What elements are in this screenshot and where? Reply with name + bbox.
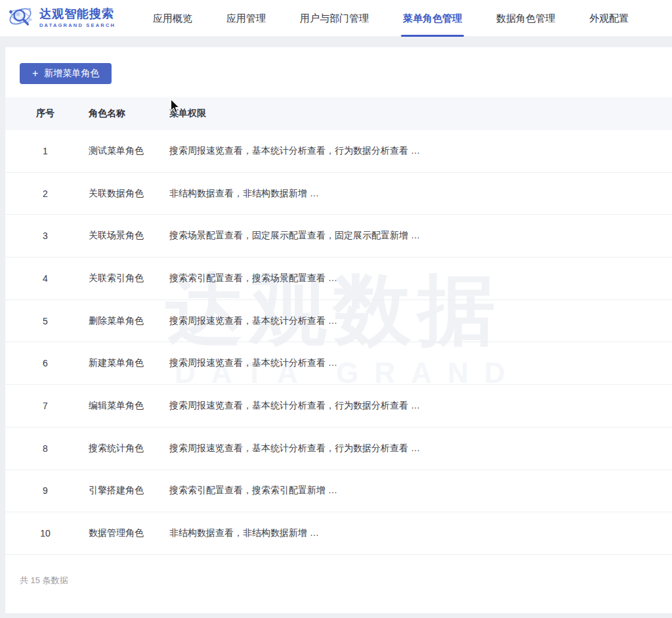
table-header-row: 序号 角色名称 菜单权限	[5, 97, 672, 130]
row-index-cell: 10	[30, 528, 61, 539]
nav-tab[interactable]: 菜单角色管理	[403, 0, 462, 37]
table-row: 4 关联索引角色 搜索索引配置查看，搜索场景配置查看 …	[5, 257, 672, 300]
row-index-cell: 2	[30, 188, 61, 199]
row-permissions-cell: 搜索索引配置查看，搜索场景配置查看 …	[169, 273, 672, 284]
top-header: 达观智能搜索 DATAGRAND SEARCH 应用概览应用管理用户与部门管理菜…	[0, 0, 672, 37]
table-row: 2 关联数据角色 非结构数据查看，非结构数据新增 …	[5, 173, 672, 215]
table-row: 5 删除菜单角色 搜索周报速览查看，基本统计分析查看 …	[5, 300, 672, 343]
primary-nav: 应用概览应用管理用户与部门管理菜单角色管理数据角色管理外观配置	[153, 0, 672, 37]
row-role-name-cell: 搜索统计角色	[61, 443, 169, 454]
row-role-name-cell: 关联场景角色	[61, 230, 169, 242]
nav-tab[interactable]: 数据角色管理	[496, 0, 555, 37]
brand-logo[interactable]: 达观智能搜索 DATAGRAND SEARCH	[8, 3, 116, 33]
row-role-name-cell: 数据管理角色	[61, 527, 169, 539]
row-permissions-cell: 搜索周报速览查看，基本统计分析查看，行为数据分析查看 …	[169, 443, 672, 454]
row-permissions-cell: 搜索场景配置查看，固定展示配置查看，固定展示配置新增 …	[169, 230, 672, 242]
row-index-cell: 5	[30, 316, 61, 326]
row-role-name-cell: 编辑菜单角色	[61, 400, 169, 412]
row-role-name-cell: 新建菜单角色	[61, 357, 169, 369]
row-index-cell: 9	[30, 485, 61, 496]
table-row: 7 编辑菜单角色 搜索周报速览查看，基本统计分析查看，行为数据分析查看 …	[5, 385, 672, 428]
row-role-name-cell: 关联数据角色	[61, 188, 169, 200]
table-footer-total: 共 15 条数据	[5, 555, 672, 586]
row-index-cell: 6	[30, 358, 61, 368]
row-index-cell: 1	[30, 146, 61, 156]
row-permissions-cell: 搜索周报速览查看，基本统计分析查看 …	[169, 315, 672, 327]
plus-icon: +	[32, 68, 38, 79]
nav-tab[interactable]: 用户与部门管理	[300, 0, 369, 37]
brand-subtitle: DATAGRAND SEARCH	[39, 23, 116, 28]
row-role-name-cell: 测试菜单角色	[61, 145, 169, 157]
row-permissions-cell: 搜索周报速览查看，基本统计分析查看，行为数据分析查看 …	[169, 145, 672, 157]
nav-tab[interactable]: 外观配置	[589, 0, 629, 37]
add-menu-role-button[interactable]: + 新增菜单角色	[20, 63, 112, 84]
row-index-cell: 4	[30, 273, 61, 284]
nav-tab[interactable]: 应用概览	[153, 0, 192, 37]
content-panel: 达观数据 DATA GRAND + 新增菜单角色 序号 角色名称 菜单权限 1 …	[5, 47, 672, 614]
row-index-cell: 7	[30, 401, 61, 411]
table-row: 3 关联场景角色 搜索场景配置查看，固定展示配置查看，固定展示配置新增 …	[5, 215, 672, 257]
menu-roles-table: 序号 角色名称 菜单权限 1 测试菜单角色 搜索周报速览查看，基本统计分析查看，…	[5, 97, 672, 555]
table-row: 1 测试菜单角色 搜索周报速览查看，基本统计分析查看，行为数据分析查看 …	[5, 130, 672, 173]
row-role-name-cell: 删除菜单角色	[61, 315, 169, 327]
row-role-name-cell: 引擎搭建角色	[61, 485, 169, 497]
column-header-index: 序号	[30, 108, 61, 120]
table-row: 6 新建菜单角色 搜索周报速览查看，基本统计分析查看 …	[5, 342, 672, 385]
row-role-name-cell: 关联索引角色	[61, 273, 169, 284]
add-menu-role-label: 新增菜单角色	[44, 68, 99, 79]
row-permissions-cell: 非结构数据查看，非结构数据新增 …	[169, 188, 672, 200]
table-row: 9 引擎搭建角色 搜索索引配置查看，搜索索引配置新增 …	[5, 470, 672, 513]
table-row: 10 数据管理角色 非结构数据查看，非结构数据新增 …	[5, 512, 672, 555]
brand-title: 达观智能搜索	[39, 8, 116, 21]
row-index-cell: 3	[30, 231, 61, 241]
datagrand-logo-icon	[8, 3, 34, 33]
column-header-role-name: 角色名称	[61, 108, 169, 120]
row-permissions-cell: 搜索索引配置查看，搜索索引配置新增 …	[169, 485, 672, 497]
row-permissions-cell: 非结构数据查看，非结构数据新增 …	[169, 527, 672, 539]
row-permissions-cell: 搜索周报速览查看，基本统计分析查看 …	[169, 357, 672, 369]
column-header-menu-permissions: 菜单权限	[169, 108, 672, 120]
row-index-cell: 8	[30, 443, 61, 454]
table-row: 8 搜索统计角色 搜索周报速览查看，基本统计分析查看，行为数据分析查看 …	[5, 428, 672, 470]
nav-tab[interactable]: 应用管理	[226, 0, 266, 37]
row-permissions-cell: 搜索周报速览查看，基本统计分析查看，行为数据分析查看 …	[169, 400, 672, 412]
